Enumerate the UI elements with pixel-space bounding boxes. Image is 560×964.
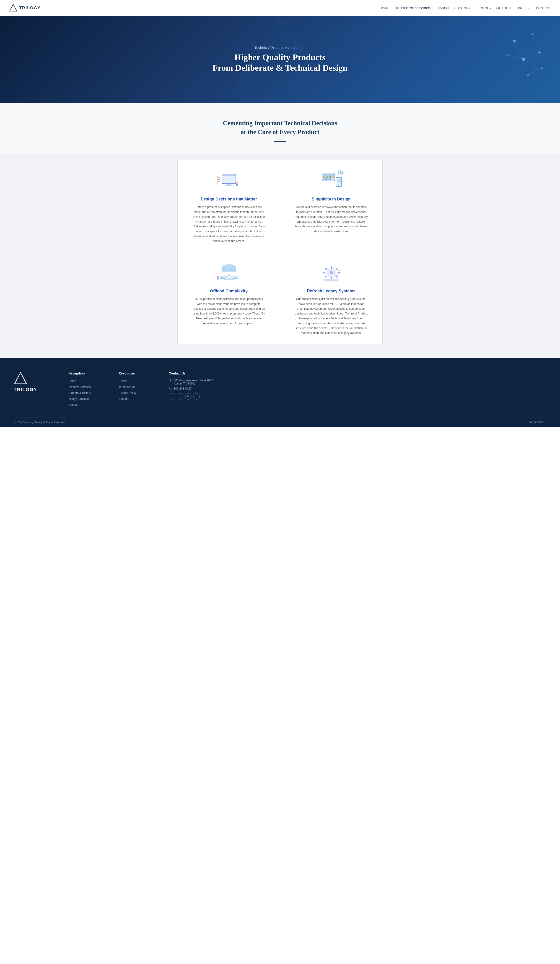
card-1-title: Design Decisions that Matter: [186, 197, 272, 202]
svg-rect-29: [218, 179, 220, 180]
svg-point-24: [236, 182, 238, 184]
footer-support[interactable]: Support: [119, 397, 129, 401]
footer-nav-platform[interactable]: Platform Services: [68, 386, 91, 389]
footer-city: Austin, TX 78701: [174, 382, 213, 385]
footer-contact-col: Contact Us 📍 401 Congress Ave., Suite 26…: [169, 371, 228, 409]
svg-rect-76: [335, 275, 338, 278]
chevron-up-icon: ▲: [544, 421, 546, 424]
hero-content: Technical Product Management Higher Qual…: [208, 46, 352, 73]
intro-heading: Cementing Important Technical Decisions …: [212, 119, 348, 137]
svg-line-13: [514, 41, 524, 59]
svg-rect-73: [325, 268, 327, 270]
card-3-body: Our expertise in cloud services and deep…: [192, 297, 265, 326]
svg-point-64: [217, 276, 219, 278]
footer-nav-contact[interactable]: Contact: [68, 403, 78, 406]
location-icon: 📍: [169, 379, 173, 382]
svg-rect-60: [234, 277, 237, 277]
card-refresh: Refresh Legacy Systems Our process works…: [280, 252, 382, 344]
svg-rect-34: [323, 176, 326, 178]
hero-subtitle: Technical Product Management: [213, 46, 347, 49]
svg-rect-31: [218, 183, 220, 183]
svg-line-15: [524, 59, 542, 68]
svg-marker-0: [10, 4, 17, 11]
copyright-text: © 2020 Company Name | All Rights Reserve…: [14, 421, 65, 424]
svg-rect-22: [223, 179, 228, 179]
navbar: TRILOGY HOME PLATFORM SERVICES CAREERS &…: [0, 0, 560, 16]
hero-section: Technical Product Management Higher Qual…: [0, 16, 560, 103]
nav-trilogy-education[interactable]: TRILOGY EDUCATION: [478, 7, 511, 10]
svg-rect-43: [337, 179, 341, 183]
card-simplicity: Simplicity in Design Our default decisio…: [280, 160, 382, 252]
footer-resources-heading: Resources: [119, 371, 160, 375]
svg-rect-65: [217, 278, 219, 280]
svg-rect-61: [234, 278, 236, 278]
svg-rect-62: [224, 279, 234, 280]
svg-rect-63: [225, 277, 233, 279]
svg-rect-35: [326, 176, 328, 178]
svg-rect-30: [218, 181, 220, 182]
footer-address-line: 📍 401 Congress Ave., Suite 2650 Austin, …: [169, 379, 228, 385]
svg-line-79: [337, 270, 340, 271]
nav-links: HOME PLATFORM SERVICES CAREERS & HISTORY…: [379, 6, 551, 10]
footer-privacy[interactable]: Privacy Policy: [119, 391, 136, 394]
svg-rect-71: [322, 272, 325, 274]
design-decisions-icon: [215, 169, 243, 192]
svg-rect-57: [223, 277, 226, 277]
social-pinterest[interactable]: p: [193, 393, 200, 399]
footer-nav-careers[interactable]: Careers & History: [68, 391, 91, 394]
svg-line-10: [514, 34, 532, 41]
footer-nav-trilogy-education[interactable]: Trilogy Education: [68, 397, 90, 401]
svg-marker-82: [15, 373, 26, 384]
svg-point-44: [338, 184, 339, 186]
footer-phone-line: 📞 800-248-0027: [169, 387, 228, 391]
card-design-decisions: Design Decisions that Matter Before a pr…: [178, 160, 280, 252]
social-twitter[interactable]: t: [177, 393, 183, 399]
go-to-top-button[interactable]: GO TO TOP ▲: [529, 421, 546, 424]
nav-home[interactable]: HOME: [379, 7, 389, 10]
nav-press[interactable]: PRESS: [518, 7, 529, 10]
card-4-body: Our process works just as well for exist…: [295, 297, 368, 335]
footer-contact-heading: Contact Us: [169, 371, 228, 375]
svg-rect-38: [323, 179, 325, 181]
svg-rect-40: [327, 179, 329, 181]
svg-rect-33: [323, 174, 334, 176]
svg-rect-18: [222, 174, 236, 176]
svg-rect-69: [330, 266, 332, 269]
card-4-title: Refresh Legacy Systems: [288, 289, 374, 293]
offload-icon: [215, 261, 243, 284]
footer: TRILOGY Navigation Home Platform Service…: [0, 358, 560, 427]
svg-rect-58: [223, 278, 225, 278]
svg-rect-77: [323, 279, 339, 280]
simplicity-icon: [317, 169, 345, 192]
svg-point-47: [340, 173, 341, 174]
card-2-body: Our default decision is always the optio…: [295, 205, 368, 234]
footer-nav-col: Navigation Home Platform Services Career…: [68, 371, 109, 409]
svg-rect-20: [225, 186, 233, 186]
nav-platform[interactable]: PLATFORM SERVICES: [396, 7, 430, 10]
footer-logo: TRILOGY: [14, 371, 59, 409]
svg-rect-39: [326, 178, 327, 181]
svg-point-68: [330, 271, 333, 274]
footer-main: TRILOGY Navigation Home Platform Service…: [14, 371, 546, 418]
footer-terms[interactable]: Terms of Use: [119, 386, 135, 389]
logo-text: TRILOGY: [19, 6, 41, 10]
svg-rect-23: [223, 180, 229, 181]
svg-rect-78: [325, 280, 338, 282]
nav-contact[interactable]: CONTACT: [536, 7, 551, 10]
svg-rect-19: [227, 184, 231, 186]
footer-bottom: © 2020 Company Name | All Rights Reserve…: [14, 418, 546, 427]
cards-grid: Design Decisions that Matter Before a pr…: [177, 160, 383, 344]
social-facebook[interactable]: f: [169, 393, 175, 399]
nav-logo[interactable]: TRILOGY: [9, 4, 41, 12]
svg-line-16: [528, 68, 542, 75]
svg-rect-51: [222, 268, 236, 272]
cards-section: Design Decisions that Matter Before a pr…: [0, 153, 560, 358]
section-divider: [274, 141, 286, 142]
svg-line-11: [532, 34, 539, 52]
svg-rect-25: [236, 184, 238, 186]
nav-careers[interactable]: CAREERS & HISTORY: [438, 7, 470, 10]
footer-nav-home[interactable]: Home: [68, 379, 76, 383]
card-offload: Offload Complexity Our expertise in clou…: [178, 252, 280, 344]
footer-press[interactable]: Press: [119, 379, 126, 383]
social-instagram[interactable]: in: [185, 393, 192, 399]
